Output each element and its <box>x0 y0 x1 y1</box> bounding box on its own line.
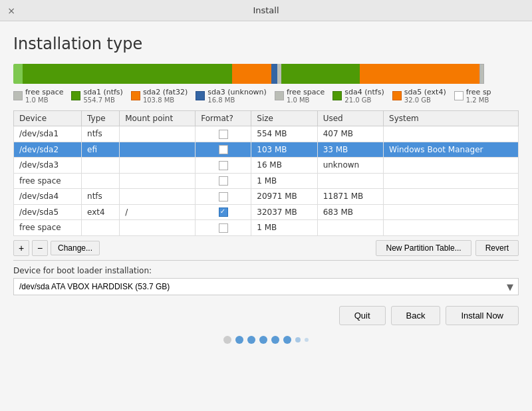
disk-segment-3 <box>271 64 277 84</box>
device-cell: /dev/sda3 <box>14 158 82 174</box>
format-checkbox[interactable] <box>219 192 228 202</box>
progress-dot-0 <box>223 336 231 344</box>
bootloader-section: Device for boot loader installation: /de… <box>13 261 519 298</box>
legend-color-3 <box>196 91 205 100</box>
legend-label-3: sda3 (unknown) <box>207 88 267 96</box>
used-cell: 683 MB <box>317 204 383 220</box>
type-cell: ntfs <box>82 189 120 205</box>
bootloader-select[interactable]: /dev/sda ATA VBOX HARDDISK (53.7 GB) <box>13 278 519 295</box>
col-header-format: Format? <box>196 111 251 126</box>
legend-item-3: sda3 (unknown)16.8 MB <box>196 88 267 104</box>
disk-segment-2 <box>232 64 271 84</box>
legend-size-3: 16.8 MB <box>207 96 267 104</box>
legend-color-1 <box>71 91 80 100</box>
legend-size-1: 554.7 MB <box>83 96 122 104</box>
system-cell: Windows Boot Manager <box>384 142 519 158</box>
page-title: Installation type <box>13 35 519 53</box>
change-partition-button[interactable]: Change... <box>51 241 100 255</box>
mount-cell <box>120 126 196 142</box>
progress-dot-4 <box>271 336 279 344</box>
revert-button[interactable]: Revert <box>475 240 519 256</box>
bootloader-select-wrapper: /dev/sda ATA VBOX HARDDISK (53.7 GB) ▼ <box>13 278 519 295</box>
titlebar: × Install <box>0 0 532 21</box>
legend-size-0: 1.0 MB <box>25 96 63 104</box>
table-row[interactable]: /dev/sda5ext4/32037 MB683 MB <box>14 204 519 220</box>
size-cell: 103 MB <box>251 142 317 158</box>
back-button[interactable]: Back <box>391 306 441 325</box>
table-row[interactable]: free space1 MB <box>14 220 519 236</box>
type-cell: efi <box>82 142 120 158</box>
system-cell <box>384 173 519 189</box>
table-row[interactable]: free space1 MB <box>14 173 519 189</box>
mount-cell <box>120 189 196 205</box>
mount-cell <box>120 220 196 236</box>
disk-legend: free space1.0 MBsda1 (ntfs)554.7 MBsda2 … <box>13 88 519 104</box>
close-button[interactable]: × <box>5 5 17 17</box>
window-title: Install <box>17 5 515 15</box>
partition-table: DeviceTypeMount pointFormat?SizeUsedSyst… <box>13 110 519 236</box>
device-cell: /dev/sda5 <box>14 204 82 220</box>
add-partition-button[interactable]: + <box>13 240 29 256</box>
format-cell[interactable] <box>196 220 251 236</box>
bootloader-label: Device for boot loader installation: <box>13 266 519 275</box>
progress-dot-partial <box>305 338 309 342</box>
progress-dot-5 <box>283 336 291 344</box>
legend-item-5: sda4 (ntfs)21.0 GB <box>332 88 384 104</box>
format-cell[interactable] <box>196 126 251 142</box>
legend-color-6 <box>392 91 402 100</box>
col-header-used: Used <box>317 111 383 126</box>
format-cell[interactable] <box>196 158 251 174</box>
system-cell <box>384 158 519 174</box>
format-checkbox[interactable] <box>219 130 228 139</box>
content-area: Installation type free space1.0 MBsda1 (… <box>0 21 532 411</box>
used-cell: 33 MB <box>317 142 383 158</box>
table-row[interactable]: /dev/sda2efi103 MB33 MBWindows Boot Mana… <box>14 142 519 158</box>
quit-button[interactable]: Quit <box>339 306 386 325</box>
used-cell: unknown <box>317 158 383 174</box>
progress-dot-3 <box>259 336 267 344</box>
table-row[interactable]: /dev/sda316 MBunknown <box>14 158 519 174</box>
new-partition-table-button[interactable]: New Partition Table... <box>376 240 471 256</box>
table-row[interactable]: /dev/sda4ntfs20971 MB11871 MB <box>14 189 519 205</box>
progress-dot-6 <box>295 337 301 342</box>
install-now-button[interactable]: Install Now <box>446 306 519 325</box>
format-checkbox[interactable] <box>219 161 228 170</box>
used-cell <box>317 220 383 236</box>
table-row[interactable]: /dev/sda1ntfs554 MB407 MB <box>14 126 519 142</box>
legend-item-4: free space1.0 MB <box>275 88 325 104</box>
size-cell: 1 MB <box>251 220 317 236</box>
type-cell: ntfs <box>82 126 120 142</box>
device-cell: /dev/sda4 <box>14 189 82 205</box>
legend-size-7: 1.2 MB <box>466 96 491 104</box>
bottom-buttons: Quit Back Install Now <box>13 298 519 329</box>
type-cell <box>82 158 120 174</box>
format-checkbox[interactable] <box>219 207 228 217</box>
system-cell <box>384 204 519 220</box>
used-cell: 11871 MB <box>317 189 383 205</box>
legend-size-6: 32.0 GB <box>404 96 446 104</box>
disk-segment-7 <box>479 64 484 84</box>
type-cell <box>82 220 120 236</box>
device-cell: /dev/sda2 <box>14 142 82 158</box>
size-cell: 554 MB <box>251 126 317 142</box>
legend-label-5: sda4 (ntfs) <box>344 88 384 96</box>
format-cell[interactable] <box>196 173 251 189</box>
format-checkbox[interactable] <box>219 176 228 186</box>
legend-item-0: free space1.0 MB <box>13 88 63 104</box>
format-checkbox[interactable] <box>219 223 228 233</box>
format-cell[interactable] <box>196 204 251 220</box>
mount-cell: / <box>120 204 196 220</box>
legend-item-6: sda5 (ext4)32.0 GB <box>392 88 446 104</box>
toolbar: + − Change... New Partition Table... Rev… <box>13 236 519 261</box>
legend-label-1: sda1 (ntfs) <box>83 88 122 96</box>
format-cell[interactable] <box>196 189 251 205</box>
system-cell <box>384 220 519 236</box>
format-cell[interactable] <box>196 142 251 158</box>
format-checkbox[interactable] <box>219 145 228 154</box>
disk-segment-5 <box>281 64 360 84</box>
legend-item-7: free sp1.2 MB <box>454 88 491 104</box>
size-cell: 16 MB <box>251 158 317 174</box>
used-cell: 407 MB <box>317 126 383 142</box>
system-cell <box>384 189 519 205</box>
remove-partition-button[interactable]: − <box>32 240 48 256</box>
